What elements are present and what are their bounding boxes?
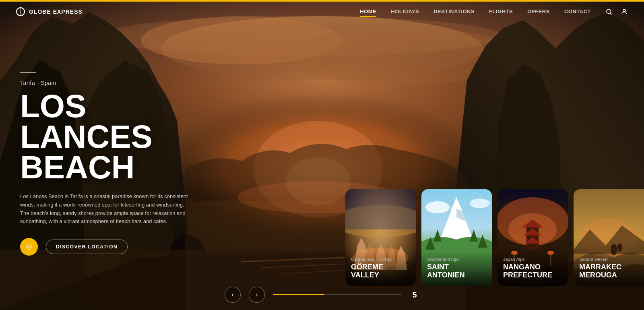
hero-title-line2: BEACH: [20, 152, 221, 183]
dest-card-nangano[interactable]: Japan Alps NANGANO PREFECTURE: [497, 189, 568, 286]
saint-antonien-region: Switzerland Alps: [427, 257, 486, 262]
progress-bar: [273, 294, 402, 295]
discover-icon-button[interactable]: [20, 238, 38, 256]
profile-button[interactable]: [621, 8, 628, 15]
dest-card-marrakech[interactable]: Sahara Desert MARRAKEC MEROUGA: [574, 189, 644, 286]
discover-button[interactable]: DISCOVER LOCATION: [46, 240, 128, 254]
next-button[interactable]: ›: [249, 287, 265, 303]
svg-point-13: [607, 9, 611, 14]
prev-icon: ‹: [231, 291, 233, 298]
slide-number: 5: [410, 290, 419, 300]
nav-contact[interactable]: CONTACT: [564, 8, 591, 14]
dest-card-goreme[interactable]: Cappadocia - Turkey Göreme Valley: [345, 189, 416, 286]
navbar: GLOBE EXPRESS HOME HOLIDAYS DESTINATIONS…: [0, 2, 644, 21]
nav-links: HOME HOLIDAYS DESTINATIONS FLIGHTS OFFER…: [360, 8, 591, 14]
svg-line-14: [610, 13, 612, 14]
nangano-name: NANGANO PREFECTURE: [503, 263, 562, 279]
hero-actions: DISCOVER LOCATION: [20, 238, 221, 256]
marrakech-name: MARRAKEC MEROUGA: [579, 263, 638, 279]
nav-holidays[interactable]: HOLIDAYS: [391, 8, 419, 14]
svg-point-31: [470, 198, 490, 208]
marrakech-region: Sahara Desert: [579, 257, 638, 262]
nav-flights[interactable]: FLIGHTS: [489, 8, 513, 14]
hero-subtitle: Tarifa - Spain: [20, 80, 221, 86]
globe-icon: [16, 7, 25, 16]
nav-icon-group: [605, 8, 628, 15]
svg-point-15: [623, 9, 625, 12]
slideshow-controls: ‹ › 5: [225, 287, 419, 303]
svg-rect-21: [345, 189, 416, 229]
svg-point-5: [101, 16, 503, 56]
nav-destinations[interactable]: DESTINATIONS: [433, 8, 475, 14]
svg-point-30: [425, 201, 450, 213]
search-button[interactable]: [605, 8, 613, 15]
destination-cards: Cappadocia - Turkey Göreme Valley: [345, 189, 644, 286]
user-icon: [621, 8, 628, 15]
progress-fill: [273, 294, 324, 295]
nav-offers[interactable]: OFFERS: [527, 8, 550, 14]
prev-button[interactable]: ‹: [225, 287, 241, 303]
saint-antonien-name: SAINT ANTONIEN: [427, 263, 486, 279]
hero-title-line1: LOS LANCES: [20, 91, 221, 152]
compass-icon: [26, 244, 32, 250]
marrakech-card-overlay: Sahara Desert MARRAKEC MEROUGA: [574, 251, 644, 286]
next-icon: ›: [256, 291, 258, 298]
hero-divider: [20, 72, 36, 73]
hero-content: Tarifa - Spain LOS LANCES BEACH Los Lanc…: [20, 72, 221, 256]
nangano-card-overlay: Japan Alps NANGANO PREFECTURE: [497, 251, 568, 286]
saint-antonien-card-overlay: Switzerland Alps SAINT ANTONIEN: [421, 251, 492, 286]
hero-description: Los Lances Beach in Tarifa is a coastal …: [20, 192, 189, 226]
svg-marker-17: [27, 245, 31, 248]
goreme-card-overlay: Cappadocia - Turkey Göreme Valley: [345, 251, 416, 286]
dest-card-saint-antonien[interactable]: Switzerland Alps SAINT ANTONIEN: [421, 189, 492, 286]
nav-home[interactable]: HOME: [360, 8, 376, 14]
goreme-region: Cappadocia - Turkey: [351, 257, 410, 262]
nangano-region: Japan Alps: [503, 257, 562, 262]
brand-logo[interactable]: GLOBE EXPRESS: [16, 7, 83, 16]
hero-title: LOS LANCES BEACH: [20, 91, 221, 183]
goreme-name: Göreme Valley: [351, 263, 410, 279]
search-icon: [605, 8, 613, 15]
brand-name: GLOBE EXPRESS: [29, 8, 83, 15]
